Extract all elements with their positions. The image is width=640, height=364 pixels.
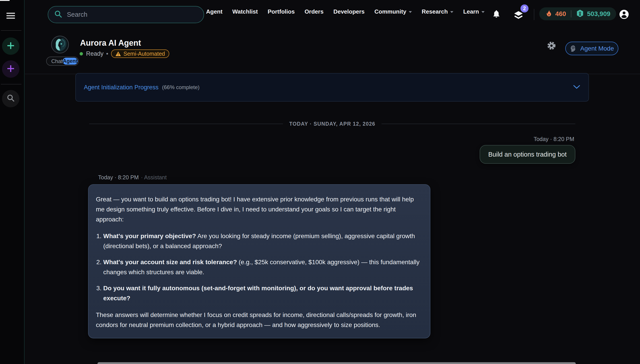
flame-icon — [545, 9, 552, 18]
user-message-bubble: Build an options trading bot — [480, 145, 575, 164]
progress-percent: (66% complete) — [162, 84, 200, 90]
date-divider: TODAY · SUNDAY, APR 12, 2026 — [89, 120, 575, 128]
status-separator: • — [106, 50, 108, 57]
agent-avatar — [51, 36, 69, 54]
assistant-intro-paragraph: Great — you want to build an options tra… — [96, 194, 422, 224]
assistant-timestamp: Today · 8:20 PM — [98, 174, 139, 181]
search-input[interactable] — [67, 11, 192, 18]
assistant-list-item: 2. What's your account size and risk tol… — [96, 257, 422, 277]
left-sidebar — [0, 0, 25, 364]
layers-icon — [513, 17, 524, 21]
assistant-author-label: · Assistant — [141, 174, 167, 181]
page-title: Aurora AI Agent — [80, 38, 141, 48]
gear-icon — [547, 47, 556, 51]
search-icon — [6, 94, 15, 104]
user-message-text: Build an options trading bot — [488, 151, 567, 158]
chevron-down-icon — [450, 11, 453, 13]
list-number: 1. — [96, 231, 102, 241]
list-number: 2. — [96, 257, 102, 267]
sidebar-divider — [1, 30, 22, 31]
warning-icon — [115, 51, 121, 56]
nav-developers[interactable]: Developers — [333, 8, 365, 15]
assistant-list-item: 1. What's your primary objective? Are yo… — [96, 231, 422, 251]
nav-agent[interactable]: Agent — [206, 8, 223, 15]
new-item-button[interactable] — [2, 38, 20, 55]
list-item-bold: What's your primary objective? — [103, 232, 196, 240]
divider-line — [382, 124, 575, 124]
notifications-button[interactable] — [492, 9, 501, 19]
chevron-down-icon — [409, 11, 412, 13]
toggle-option-agent[interactable]: Agent — [63, 58, 78, 64]
status-text: Ready — [86, 50, 104, 57]
divider-line — [89, 124, 283, 124]
agent-status-row: Ready • Semi-Automated — [80, 50, 169, 58]
search-bar[interactable] — [48, 6, 204, 23]
gem-box-icon — [576, 9, 584, 18]
pill-divider — [571, 10, 571, 18]
streak-count: 460 — [555, 10, 566, 18]
status-dot — [80, 52, 83, 56]
streak-gems-pill[interactable]: 460 503,909 — [539, 7, 616, 20]
assistant-outro-paragraph: These answers will determine whether I f… — [96, 310, 422, 330]
assistant-message-bubble: Great — you want to build an options tra… — [88, 184, 430, 338]
toggle-option-chat[interactable]: Chat — [51, 58, 63, 64]
nav-learn[interactable]: Learn — [463, 8, 485, 15]
plus-icon — [6, 64, 15, 74]
agent-init-progress-panel[interactable]: Agent Initialization Progress (66% compl… — [75, 73, 589, 102]
assistant-message-meta: Today · 8:20 PM · Assistant — [98, 174, 167, 181]
nav-watchlist[interactable]: Watchlist — [232, 8, 258, 15]
rewards-button[interactable] — [513, 11, 524, 21]
sidebar-search-button[interactable] — [2, 90, 20, 107]
user-message-timestamp: Today · 8:20 PM — [351, 136, 574, 142]
account-avatar-button[interactable] — [619, 10, 629, 19]
semi-automated-badge: Semi-Automated — [111, 50, 169, 58]
semi-automated-label: Semi-Automated — [124, 50, 165, 57]
nav-orders[interactable]: Orders — [305, 8, 324, 15]
list-item-bold: Do you want it fully autonomous (set-and… — [103, 285, 413, 302]
menu-button[interactable] — [7, 13, 15, 19]
nav-portfolios[interactable]: Portfolios — [268, 8, 294, 15]
person-icon — [619, 10, 629, 19]
chat-agent-toggle[interactable]: Chat Agent — [46, 56, 79, 66]
top-progress-strip — [0, 0, 10, 1]
agent-head-icon — [570, 45, 577, 52]
plus-icon — [6, 41, 15, 51]
list-item-bold: What's your account size and risk tolera… — [103, 259, 237, 266]
agent-mode-button[interactable]: Agent Mode — [565, 42, 618, 55]
create-button[interactable] — [2, 60, 20, 78]
agent-mode-label: Agent Mode — [580, 45, 614, 52]
chevron-down-icon[interactable] — [573, 84, 580, 90]
bottom-scrollbar[interactable] — [97, 362, 576, 364]
main-nav: Agent Watchlist Portfolios Orders Develo… — [206, 0, 485, 23]
nav-community[interactable]: Community — [374, 8, 412, 15]
date-divider-label: TODAY · SUNDAY, APR 12, 2026 — [289, 121, 375, 127]
nav-research[interactable]: Research — [422, 8, 453, 15]
bell-icon — [492, 15, 501, 19]
gems-count: 503,909 — [587, 10, 610, 18]
sidebar-divider — [1, 84, 22, 84]
assistant-list-item: 3. Do you want it fully autonomous (set-… — [96, 283, 422, 303]
chevron-down-icon — [481, 11, 485, 13]
progress-title: Agent Initialization Progress — [84, 84, 159, 91]
settings-button[interactable] — [547, 41, 556, 51]
list-number: 3. — [96, 283, 102, 293]
notification-badge: 2 — [520, 4, 528, 12]
search-icon — [54, 10, 63, 20]
topbar-divider — [534, 9, 534, 20]
